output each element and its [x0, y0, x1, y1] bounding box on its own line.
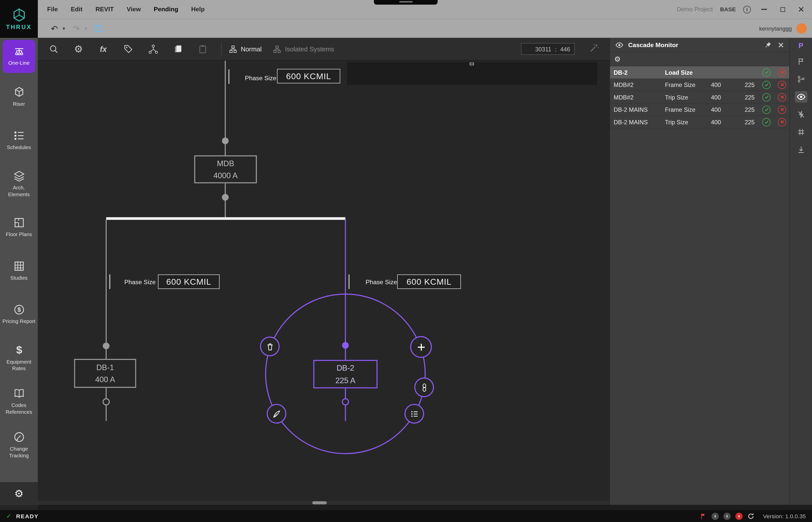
hierarchy-button[interactable]	[145, 40, 162, 57]
sidebar-item-equipment-rates[interactable]: $ Equipment Rates	[0, 336, 38, 380]
reject-icon[interactable]	[778, 93, 786, 101]
horizontal-scrollbar[interactable]	[38, 501, 609, 505]
tag-button[interactable]	[120, 40, 137, 57]
menu-pending[interactable]: Pending	[154, 6, 178, 13]
scrollbar-thumb[interactable]	[312, 501, 327, 504]
selection-handle[interactable]	[470, 63, 474, 65]
riser-icon	[13, 86, 25, 99]
pin-icon[interactable]	[765, 41, 772, 48]
node-name: DB-2	[337, 362, 354, 374]
branch-button[interactable]	[795, 74, 807, 85]
cascade-row[interactable]: DB-2 MAINS Frame Size 400 225	[610, 103, 789, 116]
sidebar-item-schedules[interactable]: Schedules	[0, 119, 38, 162]
panel-settings-button[interactable]: ⚙	[614, 55, 621, 63]
feeder-size-field[interactable]: 600 KCMIL	[158, 275, 220, 289]
db2-connection-point[interactable]	[342, 399, 349, 405]
cascade-row[interactable]: DB-2 Load Size	[610, 66, 789, 79]
delete-node-button[interactable]	[260, 337, 280, 356]
add-node-button[interactable]	[410, 336, 432, 358]
node-db2-selected[interactable]: DB-2 225 A	[313, 360, 378, 388]
schedule-list-button[interactable]	[405, 404, 424, 424]
search-button[interactable]	[45, 40, 62, 57]
undo-button[interactable]: ↶	[49, 23, 59, 34]
bottom-divider	[38, 505, 812, 510]
magic-wand-button[interactable]	[589, 43, 599, 55]
node-db1[interactable]: DB-1 400 A	[74, 359, 136, 388]
mode-normal-toggle[interactable]: Normal	[229, 45, 262, 53]
power-status-icon[interactable]	[712, 513, 719, 520]
menu-revit[interactable]: REVIT	[96, 6, 114, 13]
flag-icon	[797, 57, 805, 66]
lightning-slash-icon	[797, 110, 805, 119]
cascade-monitor-toggle[interactable]	[795, 91, 807, 102]
link-node-button[interactable]	[414, 377, 434, 397]
mode-isolated-toggle[interactable]: Isolated Systems	[273, 45, 334, 53]
db1-connection-point[interactable]	[103, 399, 109, 405]
accept-icon[interactable]	[763, 105, 771, 114]
one-line-canvas[interactable]: Phase Size 600 KCMIL Phase Size 600 KCMI…	[38, 61, 609, 505]
cascade-row[interactable]: DB-2 MAINS Trip Size 400 225	[610, 116, 789, 128]
avatar[interactable]	[796, 23, 807, 34]
row-upstream-value: 400	[711, 81, 745, 88]
feeder-size-field[interactable]: 600 KCMIL	[277, 69, 340, 83]
sidebar-item-studies[interactable]: Studies	[0, 249, 38, 293]
annotate-button[interactable]	[267, 404, 286, 424]
save-button[interactable]	[93, 23, 103, 34]
app-logo: THRUX	[0, 0, 38, 38]
grid-icon	[13, 260, 25, 273]
menu-edit[interactable]: Edit	[71, 6, 82, 13]
panel-close-icon[interactable]	[778, 42, 784, 48]
sidebar-item-codes-references[interactable]: Codes References	[0, 380, 38, 423]
info-icon[interactable]: i	[743, 5, 751, 13]
power-status-icon[interactable]	[724, 513, 731, 520]
node-mdb[interactable]: MDB 4000 A	[194, 155, 257, 183]
cascade-row[interactable]: MDB#2 Frame Size 400 225	[610, 79, 789, 91]
sidebar-item-pricing-report[interactable]: $ Pricing Report	[0, 293, 38, 336]
user-name[interactable]: kennytanggg	[759, 25, 792, 32]
reject-icon[interactable]	[778, 105, 786, 114]
accept-icon[interactable]	[763, 93, 771, 101]
tag-icon	[123, 44, 133, 54]
formula-button[interactable]: fx	[95, 40, 112, 57]
flag-button[interactable]	[795, 56, 807, 67]
diagram-settings-button[interactable]: ⚙	[70, 40, 87, 57]
error-status-icon[interactable]	[735, 513, 743, 520]
row-attribute: Trip Size	[665, 94, 711, 100]
copy-button[interactable]	[169, 40, 186, 57]
coordinate-display[interactable]: 30311 : 446	[521, 43, 575, 55]
panel-tab-properties[interactable]: P	[798, 41, 803, 49]
environment-label: BASE	[720, 6, 736, 13]
sidebar-item-one-line[interactable]: One-Line	[2, 40, 35, 73]
power-off-button[interactable]	[795, 109, 807, 120]
grid-toggle-button[interactable]	[795, 126, 807, 138]
cascade-row[interactable]: MDB#2 Trip Size 400 225	[610, 91, 789, 104]
restore-button[interactable]	[777, 3, 788, 15]
export-button[interactable]	[795, 144, 807, 155]
sidebar-item-riser[interactable]: Riser	[0, 75, 38, 119]
refresh-button[interactable]	[748, 513, 755, 520]
paste-button[interactable]	[194, 40, 211, 57]
menu-help[interactable]: Help	[191, 6, 205, 13]
redo-dropdown-icon[interactable]: ▾	[85, 26, 87, 31]
status-flag-icon[interactable]	[700, 513, 707, 520]
close-button[interactable]	[795, 3, 807, 15]
menu-view[interactable]: View	[127, 6, 141, 13]
menu-file[interactable]: File	[47, 6, 58, 13]
sidebar-item-arch-elements[interactable]: Arch. Elements	[0, 162, 38, 206]
minimize-button[interactable]	[758, 3, 769, 15]
sidebar-item-change-tracking[interactable]: Change Tracking	[0, 423, 38, 467]
redo-button[interactable]: ↷	[71, 23, 81, 34]
reject-icon[interactable]	[778, 80, 786, 89]
feeder-size-field[interactable]: 600 KCMIL	[397, 275, 461, 289]
undo-dropdown-icon[interactable]: ▾	[63, 26, 65, 31]
settings-button[interactable]: ⚙	[0, 482, 38, 505]
reject-icon[interactable]	[778, 118, 786, 126]
sidebar-item-floor-plans[interactable]: Floor Plans	[0, 205, 38, 249]
row-attribute: Load Size	[665, 69, 711, 76]
accept-icon[interactable]	[763, 118, 771, 126]
logo-text: THRUX	[6, 24, 32, 30]
reject-icon[interactable]	[778, 68, 786, 76]
accept-icon[interactable]	[763, 68, 771, 76]
accept-icon[interactable]	[763, 80, 771, 89]
sidebar-item-label: Schedules	[5, 145, 33, 151]
